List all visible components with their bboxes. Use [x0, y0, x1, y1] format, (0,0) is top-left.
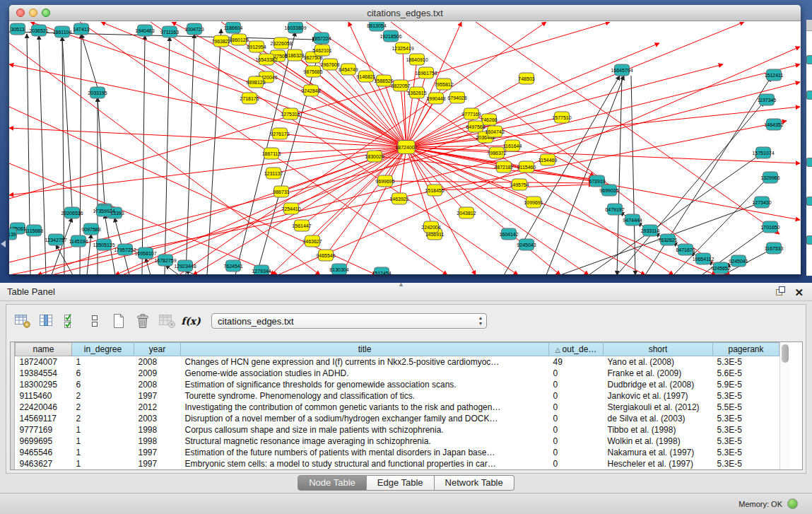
network-node[interactable]: 9245652 — [711, 262, 730, 274]
network-node[interactable]: 9245041 — [729, 255, 748, 267]
cell-in_degree[interactable]: 1 — [72, 458, 134, 469]
network-node[interactable]: 1495754 — [510, 179, 529, 190]
network-node[interactable]: 1273430 — [752, 197, 771, 208]
cell-short[interactable]: Tibbo et al. (1998) — [604, 424, 713, 436]
cell-out_degree[interactable]: 0 — [549, 379, 604, 390]
network-window-titlebar[interactable]: citations_edges.txt — [9, 5, 801, 21]
cell-name[interactable]: 9463627 — [16, 458, 72, 469]
network-node[interactable]: 1990448 — [426, 93, 445, 104]
cell-year[interactable]: 1998 — [134, 436, 181, 447]
table-row[interactable]: 2242004622012Investigating the contribut… — [16, 402, 779, 413]
network-node[interactable]: 9699035 — [599, 185, 618, 196]
table-row[interactable]: 977716911998Corpus callosum shape and si… — [16, 424, 779, 436]
cell-year[interactable]: 2009 — [134, 368, 181, 379]
network-node[interactable]: 9463627 — [302, 235, 322, 247]
network-node[interactable]: 2036521 — [29, 25, 48, 36]
network-node[interactable]: 9777169 — [461, 108, 481, 119]
cell-title[interactable]: Embryonic stem cells: a model to study s… — [181, 458, 549, 469]
network-node[interactable]: 8813054 — [367, 22, 386, 31]
network-node[interactable]: 9898123 — [246, 76, 265, 88]
cell-out_degree[interactable]: 0 — [549, 424, 604, 436]
network-node[interactable]: 1145194 — [69, 235, 88, 247]
cell-out_degree[interactable]: 0 — [549, 458, 604, 469]
network-node[interactable]: 8860128 — [229, 34, 248, 45]
network-node[interactable]: 1518455 — [425, 185, 444, 196]
cell-name[interactable]: 9115460 — [16, 390, 72, 402]
network-node[interactable]: 7254410 — [281, 203, 300, 214]
table-row[interactable]: 1872400712008Changes of HCN gene express… — [16, 356, 779, 368]
panel-splitter-grip[interactable]: ▲ — [398, 281, 404, 288]
table-row[interactable]: 1456911722003Disruption of a novel membe… — [16, 413, 779, 424]
network-node[interactable]: 2967608 — [320, 59, 339, 70]
network-node[interactable]: 1197345 — [758, 94, 777, 105]
cell-name[interactable]: 9699695 — [16, 436, 72, 447]
network-node[interactable]: 16961758 — [415, 67, 437, 78]
cell-name[interactable]: 18300295 — [16, 379, 72, 390]
network-node[interactable]: 9474444 — [623, 214, 642, 226]
cell-year[interactable]: 1997 — [134, 447, 181, 458]
network-node[interactable]: 7986372 — [487, 147, 506, 158]
table-row[interactable]: 946362711997Embryonic stem cells: a mode… — [16, 458, 779, 469]
network-node[interactable]: 7632621 — [658, 234, 677, 245]
network-node[interactable]: 8454749 — [339, 64, 358, 75]
cell-in_degree[interactable]: 1 — [72, 356, 134, 368]
cell-pagerank[interactable]: 5.3E-5 — [713, 436, 779, 447]
network-node[interactable]: 147413 — [73, 23, 89, 35]
cell-pagerank[interactable]: 5.3E-5 — [713, 356, 779, 368]
network-node[interactable]: 1830029 — [365, 151, 384, 162]
cell-pagerank[interactable]: 5.5E-5 — [713, 402, 779, 413]
network-node[interactable]: 1115688 — [25, 225, 43, 236]
cell-year[interactable]: 2003 — [134, 413, 181, 424]
cell-in_degree[interactable]: 2 — [72, 413, 134, 424]
cell-pagerank[interactable]: 5.9E-5 — [713, 379, 779, 390]
cell-name[interactable]: 14569117 — [16, 413, 72, 424]
network-node[interactable]: 9276173 — [270, 128, 289, 139]
network-node[interactable]: 1186604 — [224, 22, 243, 33]
network-node[interactable]: 1512454 — [372, 267, 391, 274]
network-node[interactable]: 1464352 — [764, 119, 783, 130]
cell-pagerank[interactable]: 5.3E-5 — [713, 413, 779, 424]
network-node[interactable]: 1161644 — [503, 140, 522, 151]
cell-short[interactable]: Hescheler et al. (1997) — [604, 458, 713, 469]
network-node[interactable]: 12342757 — [45, 234, 66, 245]
cell-in_degree[interactable]: 1 — [72, 436, 134, 447]
network-node[interactable]: 9097588 — [81, 223, 100, 235]
cell-year[interactable]: 1997 — [134, 390, 181, 402]
float-panel-button[interactable] — [776, 286, 786, 299]
cell-year[interactable]: 1998 — [134, 424, 181, 436]
table-scrollbar-thumb[interactable] — [782, 344, 789, 363]
cell-title[interactable]: Structural magnetic resonance image aver… — [181, 436, 549, 447]
cell-title[interactable]: Corpus callosum shape and size in male p… — [181, 424, 549, 436]
table-row[interactable]: 969969511998Structural magnetic resonanc… — [16, 436, 779, 447]
column-header-name[interactable]: name — [16, 343, 72, 356]
cell-out_degree[interactable]: 0 — [549, 368, 604, 379]
network-node[interactable]: 1604142 — [499, 228, 518, 240]
network-canvas[interactable]: 7963822886012889129542322605898275051654… — [9, 22, 801, 274]
table-row[interactable]: 911546021997Tourette syndrome. Phenomeno… — [16, 390, 779, 402]
table-selector-dropdown[interactable]: citations_edges.txt ▴▾ — [211, 313, 487, 329]
cell-title[interactable]: Estimation of significance thresholds fo… — [181, 379, 549, 390]
network-node[interactable]: 1512411 — [765, 69, 784, 81]
cell-short[interactable]: Nakamura et al. (1997) — [604, 447, 713, 458]
cell-short[interactable]: de Silva et al. (2003) — [604, 413, 713, 424]
network-node[interactable]: 1861104 — [53, 26, 72, 37]
network-node[interactable]: 1154469 — [539, 154, 558, 165]
cell-name[interactable]: 9465546 — [16, 447, 72, 458]
network-node[interactable]: 9711163 — [160, 26, 179, 37]
network-node[interactable]: 8471676 — [676, 244, 695, 255]
network-node[interactable]: 39139 — [9, 228, 17, 240]
network-node[interactable]: 16033809 — [284, 22, 306, 33]
tab-edge-table[interactable]: Edge Table — [367, 475, 435, 491]
select-column-icon[interactable] — [36, 312, 57, 330]
network-node[interactable]: 19218506 — [379, 30, 401, 42]
network-node[interactable]: 986731 — [273, 186, 289, 197]
column-header-out_degree[interactable]: △out_de… — [549, 343, 604, 356]
table-settings-icon[interactable] — [12, 312, 33, 330]
cell-out_degree[interactable]: 0 — [549, 447, 604, 458]
network-node[interactable]: 1329966 — [760, 172, 779, 183]
network-node[interactable]: 2043812 — [457, 207, 476, 218]
network-node[interactable]: 748503 — [518, 73, 534, 84]
network-node[interactable]: 1867113 — [262, 148, 281, 159]
cell-name[interactable]: 22420046 — [16, 402, 72, 413]
close-window-button[interactable] — [16, 8, 25, 17]
